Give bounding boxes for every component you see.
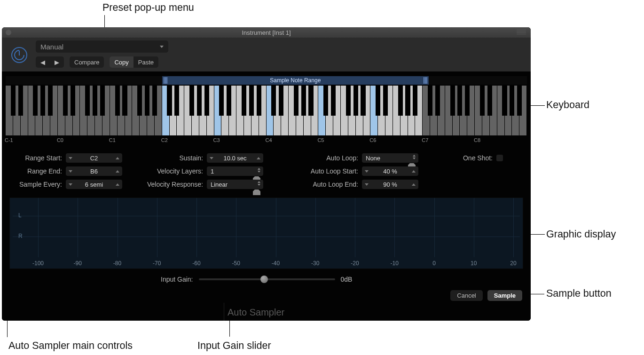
black-key[interactable]	[383, 86, 388, 116]
db-tick-label: -30	[311, 260, 319, 267]
db-gridline	[355, 198, 355, 257]
compare-button[interactable]: Compare	[70, 56, 104, 68]
window-titlebar: Instrument [Inst 1]	[2, 27, 531, 38]
black-key[interactable]	[450, 86, 455, 116]
black-key[interactable]	[122, 86, 127, 116]
black-key[interactable]	[301, 86, 306, 116]
preset-label: Manual	[40, 43, 63, 51]
black-key[interactable]	[145, 86, 149, 116]
black-key[interactable]	[197, 86, 202, 116]
black-key[interactable]	[413, 86, 417, 116]
paste-button[interactable]: Paste	[134, 56, 158, 68]
black-key[interactable]	[517, 86, 522, 116]
black-key[interactable]	[18, 86, 23, 116]
db-tick-label: -50	[232, 260, 240, 267]
plugin-header: Manual ◀ ▶ Compare Copy Paste	[2, 38, 531, 71]
db-gridline	[196, 198, 197, 257]
plugin-name-label: Auto Sampler	[228, 307, 284, 318]
black-key[interactable]	[227, 86, 231, 116]
auto-loop-label: Auto Loop:	[326, 154, 358, 162]
black-key[interactable]	[249, 86, 254, 116]
black-key[interactable]	[100, 86, 105, 116]
range-start-stepper[interactable]: C2	[66, 153, 122, 163]
black-key[interactable]	[435, 86, 440, 116]
next-preset-button[interactable]: ▶	[50, 56, 64, 68]
range-end-stepper[interactable]: B6	[66, 166, 122, 176]
db-gridline	[434, 198, 435, 257]
black-key[interactable]	[152, 86, 157, 116]
black-key[interactable]	[510, 86, 514, 116]
black-key[interactable]	[85, 86, 90, 116]
note-label: C0	[57, 137, 63, 143]
black-key[interactable]	[376, 86, 380, 116]
black-key[interactable]	[480, 86, 485, 116]
black-key[interactable]	[189, 86, 194, 116]
slider-thumb[interactable]	[260, 276, 268, 283]
db-tick-label: 20	[510, 260, 516, 267]
black-key[interactable]	[487, 86, 492, 116]
black-key[interactable]	[323, 86, 328, 116]
black-key[interactable]	[40, 86, 45, 116]
input-gain-slider[interactable]	[199, 278, 335, 280]
black-key[interactable]	[242, 86, 246, 116]
note-label: C6	[369, 137, 376, 143]
keyboard[interactable]	[6, 86, 527, 135]
note-label: C7	[422, 137, 428, 143]
db-tick-label: -90	[74, 260, 82, 267]
black-key[interactable]	[48, 86, 53, 116]
sample-button[interactable]: Sample	[487, 290, 522, 301]
black-key[interactable]	[167, 86, 172, 116]
black-key[interactable]	[405, 86, 410, 116]
db-gridline	[118, 198, 118, 257]
black-key[interactable]	[33, 86, 38, 116]
sustain-stepper[interactable]: 10.0 sec	[207, 153, 263, 163]
callout-input-gain: Input Gain slider	[197, 340, 271, 352]
sample-every-stepper[interactable]: 6 semi	[66, 180, 122, 189]
black-key[interactable]	[308, 86, 313, 116]
black-key[interactable]	[457, 86, 462, 116]
power-button[interactable]	[11, 47, 27, 63]
black-key[interactable]	[294, 86, 298, 116]
black-key[interactable]	[93, 86, 97, 116]
black-key[interactable]	[115, 86, 120, 116]
copy-button[interactable]: Copy	[110, 56, 133, 68]
one-shot-checkbox[interactable]	[496, 155, 503, 161]
close-icon[interactable]	[6, 30, 11, 35]
input-gain-value: 0dB	[341, 276, 353, 283]
note-label: C4	[266, 137, 272, 143]
black-key[interactable]	[271, 86, 276, 116]
cancel-button[interactable]: Cancel	[450, 290, 482, 301]
black-key[interactable]	[257, 86, 261, 116]
black-key[interactable]	[346, 86, 351, 116]
black-key[interactable]	[11, 86, 16, 116]
sample-range-label: Sample Note Range	[270, 77, 321, 84]
black-key[interactable]	[204, 86, 209, 116]
auto-loop-start-stepper[interactable]: 40 %	[362, 166, 418, 176]
black-key[interactable]	[279, 86, 283, 116]
sample-range-handle[interactable]: Sample Note Range	[162, 76, 429, 85]
black-key[interactable]	[353, 86, 358, 116]
black-key[interactable]	[219, 86, 224, 116]
channel-l-label: L	[18, 212, 22, 219]
vel-layers-row: Velocity Layers: 1	[132, 166, 263, 176]
auto-loop-end-stepper[interactable]: 90 %	[362, 180, 418, 189]
db-tick-label: -80	[113, 260, 121, 267]
black-key[interactable]	[174, 86, 179, 116]
black-key[interactable]	[398, 86, 403, 116]
black-key[interactable]	[465, 86, 470, 116]
range-end-label: Range End:	[27, 167, 62, 175]
preset-popup-menu[interactable]: Manual	[36, 40, 168, 53]
vel-resp-dropdown[interactable]: Linear	[207, 180, 263, 189]
black-key[interactable]	[361, 86, 365, 116]
black-key[interactable]	[428, 86, 432, 116]
note-label: C5	[317, 137, 324, 143]
drag-handle-icon[interactable]	[517, 30, 526, 34]
auto-loop-dropdown[interactable]: None	[362, 153, 418, 163]
black-key[interactable]	[502, 86, 507, 116]
vel-layers-dropdown[interactable]: 1	[207, 166, 263, 176]
black-key[interactable]	[71, 86, 75, 116]
black-key[interactable]	[331, 86, 336, 116]
black-key[interactable]	[63, 86, 68, 116]
prev-preset-button[interactable]: ◀	[36, 56, 50, 68]
black-key[interactable]	[137, 86, 142, 116]
